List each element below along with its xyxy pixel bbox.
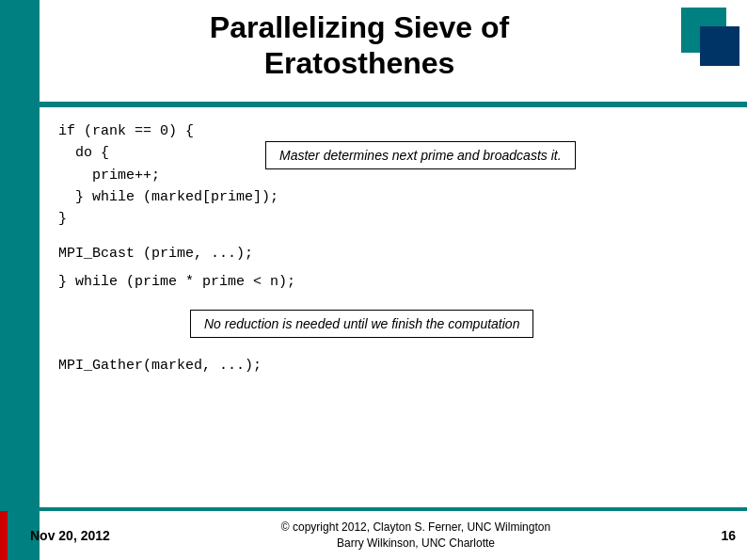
code-block-while: } while (prime * prime < n);: [58, 271, 728, 293]
decorative-squares: [674, 8, 739, 73]
footer-copyright-line1: © copyright 2012, Clayton S. Ferner, UNC…: [124, 520, 707, 536]
footer-page-number: 16: [707, 528, 736, 543]
footer-copyright-line2: Barry Wilkinson, UNC Charlotte: [124, 536, 707, 552]
code-line-mpi-gather: MPI_Gather(marked, ...);: [58, 355, 728, 376]
slide: Parallelizing Sieve of Eratosthenes if (…: [0, 0, 747, 560]
title-line1: Parallelizing Sieve of: [210, 10, 509, 44]
footer-copyright: © copyright 2012, Clayton S. Ferner, UNC…: [124, 520, 707, 552]
code-line-1: if (rank == 0) {: [58, 120, 728, 142]
master-callout-box: Master determines next prime and broadca…: [265, 141, 576, 169]
slide-title: Parallelizing Sieve of Eratosthenes: [56, 9, 662, 82]
footer-date: Nov 20, 2012: [30, 528, 124, 543]
reduction-callout-box: No reduction is needed until we finish t…: [190, 310, 533, 338]
master-callout-text: Master determines next prime and broadca…: [279, 148, 562, 163]
reduction-callout-text: No reduction is needed until we finish t…: [204, 316, 519, 331]
footer-red-accent: [0, 511, 8, 560]
deco-navy-square: [700, 26, 739, 66]
code-line-4: } while (marked[prime]);: [58, 186, 728, 208]
code-line-while: } while (prime * prime < n);: [58, 271, 728, 293]
title-area: Parallelizing Sieve of Eratosthenes: [56, 9, 662, 82]
code-block-if: if (rank == 0) { do { prime++; } while (…: [58, 120, 728, 230]
code-block-mpi-bcast: MPI_Bcast (prime, ...);: [58, 243, 728, 264]
code-block-mpi-gather: MPI_Gather(marked, ...);: [58, 355, 728, 376]
code-line-mpi-bcast: MPI_Bcast (prime, ...);: [58, 243, 728, 264]
code-section-if: if (rank == 0) { do { prime++; } while (…: [58, 120, 728, 230]
content-area: if (rank == 0) { do { prime++; } while (…: [40, 111, 747, 507]
code-line-5: }: [58, 208, 728, 230]
left-accent-bar: [0, 0, 40, 560]
footer: Nov 20, 2012 © copyright 2012, Clayton S…: [0, 511, 747, 560]
title-underline-bar: [40, 102, 747, 107]
title-line2: Eratosthenes: [264, 46, 455, 80]
